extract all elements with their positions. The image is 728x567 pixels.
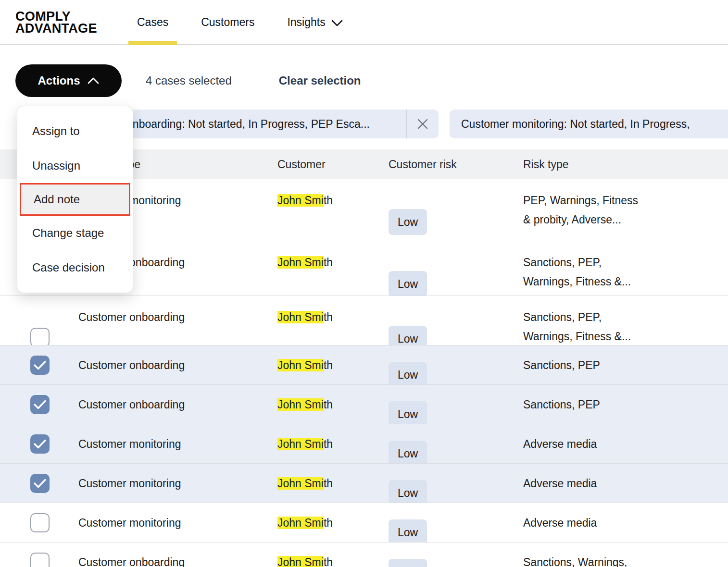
risk-type-cell: Sanctions, PEP [523, 356, 682, 375]
risk-type-cell: Sanctions, PEP, Warnings, Fitness &... [523, 253, 682, 291]
checkmark-icon [34, 400, 46, 409]
row-checkbox[interactable] [30, 474, 50, 493]
risk-type-cell: Sanctions, PEP [523, 395, 682, 414]
top-navbar: COMPLY ADVANTAGE Cases Customers Insight… [0, 0, 728, 45]
risk-badge-cell: Low [389, 190, 427, 235]
risk-badge-cell: Low [389, 252, 427, 297]
customer-name: John Smith [277, 474, 333, 493]
stage-cell: Customer monitoring [78, 474, 181, 493]
checkbox-cell [30, 533, 50, 567]
row-checkbox[interactable] [30, 356, 50, 375]
row-checkbox[interactable] [30, 434, 50, 454]
customer-name: John Smith [277, 434, 333, 454]
risk-badge-cell: Low [389, 343, 427, 388]
checkmark-icon [34, 479, 46, 488]
risk-badge: Low [389, 209, 427, 235]
chevron-up-icon [87, 77, 100, 85]
cases-page: COMPLY ADVANTAGE Cases Customers Insight… [0, 0, 728, 567]
stage-cell: Customer onboarding [78, 395, 185, 414]
stage-cell: Customer monitoring [78, 513, 181, 532]
filter-chip-monitoring[interactable]: Customer monitoring: Not started, In Pro… [450, 110, 728, 138]
tab-insights[interactable]: Insights [287, 0, 342, 44]
customer-name: John Smith [277, 191, 333, 210]
risk-badge-cell: Low [389, 382, 427, 427]
actions-button-label: Actions [38, 74, 80, 87]
tab-cases[interactable]: Cases [137, 0, 168, 44]
menu-item-assign-to[interactable]: Assign to [17, 114, 133, 148]
table-row[interactable]: Customer onboarding John Smith Low Sanct… [0, 384, 728, 424]
close-icon [416, 118, 429, 130]
table-row[interactable]: Customer monitoring John Smith Low Adver… [0, 503, 728, 542]
customer-name: John Smith [277, 356, 333, 375]
risk-type-cell: PEP, Warnings, Fitness & probity, Advers… [523, 191, 682, 229]
customer-name: John Smith [277, 395, 333, 414]
column-header-customer-risk: Customer risk [389, 149, 457, 179]
row-checkbox[interactable] [30, 513, 50, 532]
column-header-customer: Customer [277, 149, 326, 179]
row-checkbox[interactable] [30, 553, 50, 567]
tab-insights-label: Insights [287, 16, 325, 29]
checkmark-icon [34, 360, 46, 370]
menu-item-change-stage[interactable]: Change stage [17, 216, 133, 250]
stage-cell: Customer onboarding [78, 356, 185, 375]
table-row[interactable]: Customer onboarding John Smith Low Sanct… [0, 296, 728, 345]
bulk-actions-toolbar: Actions 4 cases selected Clear selection [0, 64, 728, 97]
customer-name: John Smith [277, 513, 333, 532]
risk-badge-cell: Low [389, 500, 427, 545]
tab-customers-label: Customers [201, 16, 254, 29]
menu-item-unassign[interactable]: Unassign [17, 148, 133, 183]
table-row[interactable]: Customer monitoring John Smith Low Adver… [0, 424, 728, 463]
customer-name: John Smith [277, 308, 333, 327]
clear-selection-link[interactable]: Clear selection [279, 74, 361, 87]
checkmark-icon [34, 439, 46, 449]
nav-tabs: Cases Customers Insights [137, 0, 343, 44]
risk-type-cell: Sanctions, PEP, Warnings, Fitness &... [523, 308, 682, 346]
chip-close-button[interactable] [407, 110, 439, 138]
column-header-risk-type: Risk type [523, 149, 569, 179]
table-row[interactable]: Customer onboarding John Smith Low Sanct… [0, 345, 728, 384]
active-tab-underline [128, 41, 177, 45]
risk-type-cell: Adverse media [523, 474, 682, 493]
risk-badge: Low [389, 559, 427, 567]
risk-badge-cell: Low [389, 540, 427, 567]
menu-item-case-decision[interactable]: Case decision [17, 250, 133, 285]
actions-button[interactable]: Actions [15, 64, 122, 97]
risk-type-cell: Adverse media [523, 513, 682, 532]
table-row[interactable]: Customer onboarding John Smith Low Sanct… [0, 542, 728, 567]
tab-customers[interactable]: Customers [201, 0, 254, 44]
stage-cell: Customer onboarding [78, 308, 185, 327]
comply-advantage-logo: COMPLY ADVANTAGE [15, 10, 97, 34]
selected-count: 4 cases selected [146, 74, 232, 87]
risk-badge-cell: Low [389, 461, 427, 506]
table-row[interactable]: Customer monitoring John Smith Low Adver… [0, 463, 728, 503]
menu-item-add-note[interactable]: Add note [20, 183, 130, 216]
actions-menu: Assign to Unassign Add note Change stage… [17, 106, 133, 293]
risk-type-cell: Adverse media [523, 434, 682, 454]
stage-cell: Customer onboarding [78, 553, 185, 567]
risk-badge: Low [389, 271, 427, 297]
chevron-down-icon [331, 20, 343, 26]
customer-name: John Smith [277, 253, 333, 272]
risk-type-cell: Sanctions, Warnings, [523, 553, 682, 567]
filter-chip-text: Customer monitoring: Not started, In Pro… [450, 118, 728, 131]
customer-name: John Smith [277, 553, 333, 567]
row-checkbox[interactable] [30, 395, 50, 414]
risk-badge-cell: Low [389, 421, 427, 467]
tab-cases-label: Cases [137, 16, 168, 29]
stage-cell: Customer monitoring [78, 434, 181, 454]
logo-line-2: ADVANTAGE [15, 22, 97, 34]
